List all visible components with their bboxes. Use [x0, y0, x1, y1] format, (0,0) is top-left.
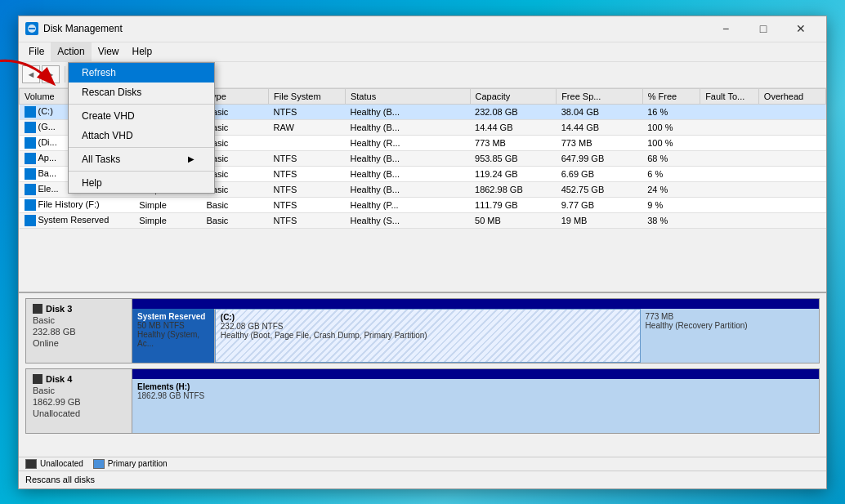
- table-cell: [700, 150, 759, 166]
- table-cell: 773 MB: [557, 135, 643, 150]
- table-cell: 119.24 GB: [470, 166, 557, 181]
- close-button[interactable]: ✕: [782, 16, 820, 42]
- table-cell: NTFS: [269, 198, 346, 213]
- col-header-capacity[interactable]: Capacity: [470, 88, 557, 104]
- minimize-button[interactable]: −: [707, 16, 744, 42]
- menu-action[interactable]: Action: [51, 42, 91, 61]
- table-cell: Simple: [134, 213, 201, 229]
- disk-3-status: Online: [33, 338, 125, 348]
- dropdown-sep-2: [69, 147, 214, 148]
- dropdown-all-tasks[interactable]: All Tasks ▶: [69, 149, 214, 169]
- table-cell: [700, 213, 759, 229]
- table-cell: 9.77 GB: [557, 198, 643, 213]
- table-cell: Basic: [201, 213, 268, 229]
- table-cell: 111.79 GB: [470, 198, 557, 213]
- menu-help[interactable]: Help: [126, 42, 159, 61]
- app-icon: [25, 22, 38, 35]
- table-cell: 19 MB: [557, 213, 643, 229]
- table-cell: [700, 104, 759, 119]
- col-header-free[interactable]: Free Sp...: [557, 88, 643, 104]
- partition-rec-status: Healthy (Recovery Partition): [646, 321, 814, 330]
- table-cell: 38.04 GB: [557, 104, 643, 119]
- table-cell: Healthy (B...: [345, 104, 470, 119]
- partition-c-status: Healthy (Boot, Page File, Crash Dump, Pr…: [221, 331, 635, 340]
- dropdown-attach-vhd[interactable]: Attach VHD: [69, 126, 214, 145]
- table-cell: 953.85 GB: [470, 150, 557, 166]
- partition-rec-size: 773 MB: [646, 312, 814, 321]
- col-header-fs[interactable]: File System: [269, 88, 346, 104]
- menu-view[interactable]: View: [92, 42, 126, 61]
- table-row[interactable]: System ReservedSimpleBasicNTFSHealthy (S…: [20, 213, 826, 229]
- forward-button[interactable]: ►: [42, 65, 60, 83]
- table-cell: 68 %: [642, 150, 700, 166]
- partition-sr-name: System Reserved: [137, 312, 209, 321]
- table-cell: [700, 119, 759, 135]
- partition-system-reserved[interactable]: System Reserved 50 MB NTFS Healthy (Syst…: [132, 309, 215, 363]
- table-cell: Simple: [134, 198, 201, 213]
- disk-4-status: Unallocated: [33, 408, 125, 418]
- table-cell: 6 %: [642, 166, 700, 181]
- back-button[interactable]: ◄: [22, 65, 40, 83]
- table-cell: 24 %: [642, 181, 700, 197]
- disk-3-partitions: System Reserved 50 MB NTFS Healthy (Syst…: [132, 299, 819, 363]
- legend-primary-box: [93, 459, 105, 469]
- table-cell: NTFS: [269, 104, 346, 119]
- table-cell: 647.99 GB: [557, 150, 643, 166]
- table-cell: NTFS: [269, 150, 346, 166]
- volume-icon: [25, 184, 36, 195]
- table-cell: NTFS: [269, 166, 346, 181]
- disk-4-row: Disk 4 Basic 1862.99 GB Unallocated Elem…: [25, 368, 820, 434]
- table-cell: [758, 135, 825, 150]
- table-cell: 1862.98 GB: [470, 181, 557, 197]
- window-controls: − □ ✕: [707, 16, 820, 42]
- table-cell: 50 MB: [470, 213, 557, 229]
- table-cell: [758, 198, 825, 213]
- svg-rect-1: [29, 28, 35, 29]
- maximize-button[interactable]: □: [744, 16, 782, 42]
- partition-recovery[interactable]: 773 MB Healthy (Recovery Partition): [641, 309, 819, 363]
- disk-3-size: 232.88 GB: [33, 327, 125, 337]
- menu-file[interactable]: File: [22, 42, 51, 61]
- table-cell: [758, 166, 825, 181]
- table-cell: 14.44 GB: [557, 119, 643, 135]
- action-dropdown: Refresh Rescan Disks Create VHD Attach V…: [68, 62, 215, 194]
- table-cell: NTFS: [269, 213, 346, 229]
- disk-4-top-bar: [132, 369, 819, 379]
- table-cell: [758, 104, 825, 119]
- disk-3-bottom: System Reserved 50 MB NTFS Healthy (Syst…: [132, 309, 819, 363]
- dropdown-refresh[interactable]: Refresh: [69, 63, 214, 83]
- dropdown-create-vhd[interactable]: Create VHD: [69, 106, 214, 126]
- col-header-overhead[interactable]: Overhead: [758, 88, 825, 104]
- table-cell: 100 %: [642, 135, 700, 150]
- partition-elem-name: Elements (H:): [137, 382, 814, 391]
- partition-sr-status: Healthy (System, Ac...: [137, 330, 209, 348]
- dropdown-sep-3: [69, 171, 214, 172]
- col-header-fault[interactable]: Fault To...: [700, 88, 759, 104]
- table-row[interactable]: File History (F:)SimpleBasicNTFSHealthy …: [20, 198, 826, 213]
- table-cell: [700, 198, 759, 213]
- disk-4-label: Disk 4: [33, 374, 125, 384]
- toolbar-separator-1: [65, 66, 65, 83]
- table-cell: [700, 166, 759, 181]
- disk-3-icon: [33, 304, 42, 314]
- status-bar: Rescans all disks: [19, 471, 826, 488]
- dropdown-rescan[interactable]: Rescan Disks: [69, 83, 214, 102]
- volume-icon: [25, 215, 36, 226]
- volume-icon: [25, 199, 36, 211]
- dropdown-help[interactable]: Help: [69, 173, 214, 193]
- partition-c-name: (C:): [221, 313, 635, 322]
- table-cell: 232.08 GB: [470, 104, 557, 119]
- disk-3-type: Basic: [33, 315, 125, 325]
- table-cell: [758, 150, 825, 166]
- partition-elements[interactable]: Elements (H:) 1862.98 GB NTFS: [132, 379, 819, 433]
- table-cell: RAW: [269, 119, 346, 135]
- disk-3-top-bar: [132, 299, 819, 309]
- volume-icon: [25, 106, 36, 118]
- col-header-pct[interactable]: % Free: [642, 88, 700, 104]
- volume-icon: [25, 168, 36, 180]
- disk-4-type: Basic: [33, 386, 125, 395]
- table-cell: Healthy (B...: [345, 166, 470, 181]
- partition-c[interactable]: (C:) 232.08 GB NTFS Healthy (Boot, Page …: [215, 309, 641, 363]
- legend-area: Unallocated Primary partition: [19, 457, 826, 471]
- col-header-status[interactable]: Status: [345, 88, 470, 104]
